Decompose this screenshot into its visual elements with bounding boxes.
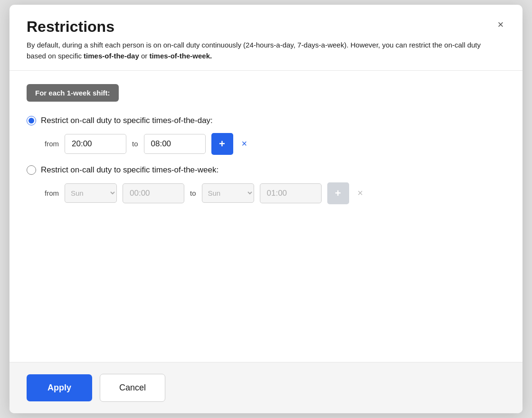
close-button[interactable]: ×: [492, 16, 509, 33]
description-middle: or: [139, 52, 150, 60]
option2-time-to-input[interactable]: [260, 183, 322, 203]
option1-radio[interactable]: [27, 116, 36, 125]
option2-add-button[interactable]: +: [327, 182, 349, 204]
option2-day-to-select[interactable]: Sun Mon Tue Wed Thu Fri Sat: [202, 183, 254, 203]
option1-time-row: from to + ×: [41, 133, 505, 155]
option2-day-from-select[interactable]: Sun Mon Tue Wed Thu Fri Sat: [65, 183, 117, 203]
option1-add-button[interactable]: +: [211, 133, 233, 155]
description-bold1: times-of-the-day: [84, 52, 139, 60]
dialog-body: For each 1-week shift: Restrict on-call …: [10, 71, 522, 362]
option2-time-row: from Sun Mon Tue Wed Thu Fri Sat to Sun …: [41, 182, 505, 204]
option2-from-label: from: [41, 189, 59, 197]
option2-remove-button[interactable]: ×: [355, 187, 366, 200]
option2-to-label: to: [190, 189, 196, 197]
option2-radio[interactable]: [27, 165, 36, 175]
dialog-header: Restrictions By default, during a shift …: [10, 5, 522, 71]
shift-badge: For each 1-week shift:: [27, 84, 119, 102]
dialog-title: Restrictions: [27, 18, 505, 36]
option1-section: Restrict on-call duty to specific times-…: [27, 116, 505, 155]
restrictions-dialog: Restrictions By default, during a shift …: [10, 5, 522, 413]
option1-from-label: from: [41, 140, 59, 148]
option1-row: Restrict on-call duty to specific times-…: [27, 116, 505, 125]
dialog-description: By default, during a shift each person i…: [27, 39, 492, 62]
option1-remove-button[interactable]: ×: [239, 137, 250, 150]
description-bold2: times-of-the-week.: [149, 52, 212, 60]
option2-section: Restrict on-call duty to specific times-…: [27, 165, 505, 204]
option1-to-label: to: [132, 140, 138, 148]
option2-time-from-input[interactable]: [123, 183, 184, 203]
option1-label: Restrict on-call duty to specific times-…: [41, 116, 213, 125]
option2-row: Restrict on-call duty to specific times-…: [27, 165, 505, 175]
apply-button[interactable]: Apply: [27, 374, 92, 401]
dialog-footer: Apply Cancel: [10, 362, 522, 413]
cancel-button[interactable]: Cancel: [100, 374, 165, 402]
option1-from-input[interactable]: [65, 134, 126, 154]
option2-label: Restrict on-call duty to specific times-…: [41, 165, 218, 175]
option1-to-input[interactable]: [144, 134, 206, 154]
